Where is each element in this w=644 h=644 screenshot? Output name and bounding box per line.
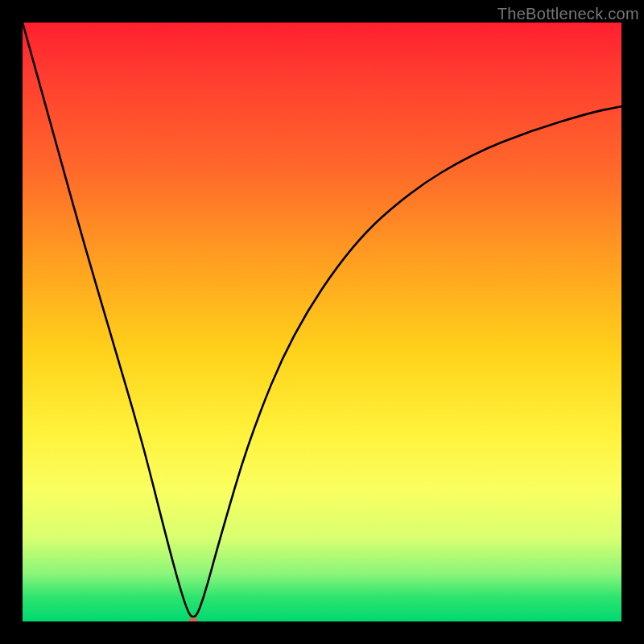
chart-frame: TheBottleneck.com [0,0,644,644]
optimal-point-marker [188,617,198,621]
plot-area [23,23,621,621]
watermark-text: TheBottleneck.com [497,5,639,23]
bottleneck-curve [23,23,621,621]
